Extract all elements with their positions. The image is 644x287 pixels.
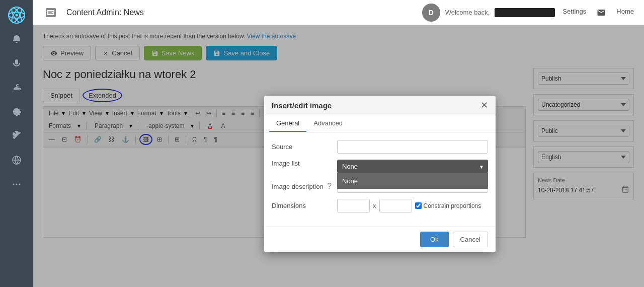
ok-button[interactable]: Ok <box>420 232 449 247</box>
settings-link[interactable]: Settings <box>562 8 586 18</box>
main-content: Content Admin: News D Welcome back, Sett… <box>33 0 644 287</box>
sidebar-item-settings[interactable] <box>7 102 27 122</box>
news-icon <box>43 5 59 21</box>
avatar: D <box>422 4 440 22</box>
svg-point-8 <box>19 184 20 185</box>
page-title: Content Admin: News <box>66 8 415 17</box>
svg-point-6 <box>16 184 17 185</box>
sidebar-item-notifications[interactable] <box>7 29 27 49</box>
sidebar-item-more[interactable] <box>7 174 27 194</box>
modal-body: Source Image list None ▼ None <box>264 132 496 226</box>
description-label: Image description ? <box>272 182 337 191</box>
constrain-label[interactable]: Constrain proportions <box>415 202 481 209</box>
sidebar-item-users[interactable] <box>7 78 27 98</box>
insert-image-modal: Insert/edit image ✕ General Advanced Sou… <box>264 96 496 252</box>
constrain-checkbox[interactable] <box>415 202 422 209</box>
dimensions-x-separator: x <box>373 202 376 209</box>
sidebar-item-wrench[interactable] <box>7 126 27 146</box>
image-list-label: Image list <box>272 160 337 167</box>
help-icon: ? <box>327 182 332 190</box>
image-list-dropdown: None <box>337 173 488 189</box>
image-list-container: None ▼ None <box>337 160 488 173</box>
home-link[interactable]: Home <box>616 8 634 18</box>
topbar-links: Settings Home <box>562 8 634 18</box>
width-input[interactable] <box>337 199 370 212</box>
modal-close-button[interactable]: ✕ <box>480 101 488 110</box>
svg-point-7 <box>13 184 14 185</box>
sidebar-item-globe[interactable] <box>7 150 27 170</box>
image-list-row: Image list None ▼ None <box>272 160 488 173</box>
user-area: D Welcome back, <box>422 4 555 22</box>
modal-footer: Ok Cancel <box>264 226 496 252</box>
image-list-select[interactable]: None <box>337 160 488 173</box>
dimensions-inputs: x Constrain proportions <box>337 199 481 212</box>
modal-tab-advanced[interactable]: Advanced <box>306 115 350 132</box>
source-row: Source <box>272 140 488 154</box>
svg-point-4 <box>15 14 18 17</box>
app-logo[interactable] <box>7 5 27 25</box>
dimensions-label: Dimensions <box>272 202 337 209</box>
dimensions-row: Dimensions x Constrain proportions <box>272 199 488 212</box>
welcome-text: Welcome back, <box>445 9 490 16</box>
modal-tabs: General Advanced <box>264 115 496 132</box>
height-input[interactable] <box>379 199 412 212</box>
sidebar <box>0 0 33 287</box>
username-blur <box>495 8 555 17</box>
sidebar-item-mic[interactable] <box>7 53 27 74</box>
modal-title: Insert/edit image <box>272 101 332 110</box>
mail-icon[interactable] <box>596 8 606 18</box>
modal-tab-general[interactable]: General <box>269 115 306 132</box>
content-area: There is an autosave of this post that i… <box>33 25 644 287</box>
modal-cancel-button[interactable]: Cancel <box>453 232 488 247</box>
source-label: Source <box>272 143 337 151</box>
modal-header: Insert/edit image ✕ <box>264 96 496 115</box>
source-input[interactable] <box>337 140 488 154</box>
topbar: Content Admin: News D Welcome back, Sett… <box>33 0 644 25</box>
dropdown-item-none[interactable]: None <box>337 173 488 189</box>
